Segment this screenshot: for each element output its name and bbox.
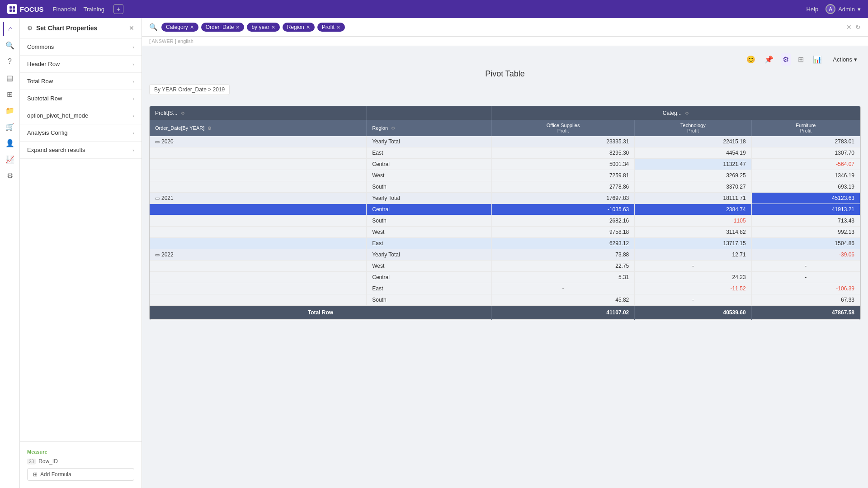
furniture-value: 1346.19 bbox=[751, 170, 860, 181]
region-col-header: Region ⚙ bbox=[367, 120, 492, 136]
year-cell bbox=[150, 215, 367, 227]
region-gear-icon[interactable]: ⚙ bbox=[391, 126, 395, 131]
props-item-expand-search[interactable]: Expand search results › bbox=[20, 142, 142, 159]
table-row: East--11.52-106.39 bbox=[150, 283, 860, 294]
add-tab-button[interactable]: + bbox=[113, 4, 123, 14]
furniture-value: 693.19 bbox=[751, 181, 860, 193]
technology-value: 11321.47 bbox=[635, 159, 751, 170]
furniture-value: -39.06 bbox=[751, 249, 860, 261]
props-panel-bottom: Measure 23 Row_ID ⊞ Add Formula bbox=[20, 441, 142, 488]
sidebar-user-icon[interactable]: 👤 bbox=[3, 136, 17, 150]
pivot-sub-header-row: Order_Date[By YEAR] ⚙ Region ⚙ Office Su… bbox=[150, 120, 860, 136]
technology-value: 3370.27 bbox=[635, 181, 751, 193]
filter-tags: Category ✕ Order_Date ✕ by year ✕ Region… bbox=[161, 23, 843, 32]
furniture-value: -564.07 bbox=[751, 159, 860, 170]
nav-training[interactable]: Training bbox=[84, 6, 104, 13]
order-date-col-header: Order_Date[By YEAR] ⚙ bbox=[150, 120, 367, 136]
props-close-button[interactable]: ✕ bbox=[129, 24, 134, 32]
props-item-subtotal-row[interactable]: Subtotal Row › bbox=[20, 90, 142, 107]
remove-region-filter[interactable]: ✕ bbox=[306, 24, 310, 30]
props-item-header-row[interactable]: Header Row › bbox=[20, 56, 142, 73]
order-date-gear-icon[interactable]: ⚙ bbox=[208, 126, 212, 131]
admin-chevron: ▾ bbox=[858, 6, 861, 13]
region-cell: West bbox=[367, 261, 492, 272]
expand-year-icon[interactable]: ▭ bbox=[155, 139, 160, 144]
expand-year-icon[interactable]: ▭ bbox=[155, 195, 160, 201]
region-spacer bbox=[367, 106, 492, 120]
region-cell: Central bbox=[367, 272, 492, 283]
profit-col-gear-icon[interactable]: ⚙ bbox=[181, 111, 185, 116]
pin-icon[interactable]: 📌 bbox=[763, 53, 775, 66]
technology-value: - bbox=[635, 294, 751, 306]
technology-col-header: Technology Profit bbox=[635, 120, 751, 136]
expand-year-icon[interactable]: ▭ bbox=[155, 252, 160, 257]
clear-search-button[interactable]: ✕ bbox=[846, 24, 852, 31]
sidebar-table-icon[interactable]: ⊞ bbox=[3, 87, 17, 101]
sidebar-home-icon[interactable]: ⌂ bbox=[3, 22, 17, 36]
table-row: ▭2021Yearly Total17697.8318111.7145123.6… bbox=[150, 193, 860, 204]
office-supplies-col-header: Office Supplies Profit bbox=[491, 120, 634, 136]
office-supplies-value: 17697.83 bbox=[491, 193, 634, 204]
app-logo: FOCUS bbox=[7, 4, 44, 14]
technology-value: 4454.19 bbox=[635, 147, 751, 159]
year-cell bbox=[150, 272, 367, 283]
props-item-pivot-hot-mode[interactable]: option_pivot_hot_mode › bbox=[20, 107, 142, 124]
year-cell bbox=[150, 238, 367, 249]
logo-icon bbox=[7, 4, 17, 14]
furniture-value: - bbox=[751, 272, 860, 283]
table-row: South45.82-67.33 bbox=[150, 294, 860, 306]
help-link[interactable]: Help bbox=[806, 6, 818, 13]
actions-chevron-icon: ▾ bbox=[854, 56, 857, 63]
grid-icon[interactable]: ⊞ bbox=[796, 53, 806, 66]
sidebar-cart-icon[interactable]: 🛒 bbox=[3, 119, 17, 134]
svg-rect-1 bbox=[13, 6, 15, 9]
table-row: Central5001.3411321.47-564.07 bbox=[150, 159, 860, 170]
search-right-actions: ✕ ↻ bbox=[846, 24, 861, 31]
sidebar-analytics-icon[interactable]: 📈 bbox=[3, 152, 17, 166]
sidebar-folder-icon[interactable]: 📁 bbox=[3, 103, 17, 118]
remove-by-year-filter[interactable]: ✕ bbox=[271, 24, 275, 30]
region-cell: Yearly Total bbox=[367, 249, 492, 261]
technology-value: 13717.15 bbox=[635, 238, 751, 249]
subtotal-row-arrow-icon: › bbox=[132, 96, 134, 101]
add-formula-button[interactable]: ⊞ Add Formula bbox=[27, 468, 134, 481]
total-row-label: Total Row bbox=[150, 306, 491, 320]
actions-button[interactable]: Actions ▾ bbox=[829, 54, 861, 65]
technology-value: -1105 bbox=[635, 215, 751, 227]
props-item-analysis-config[interactable]: Analysis Config › bbox=[20, 124, 142, 142]
nav-financial[interactable]: Financial bbox=[53, 6, 76, 13]
office-supplies-value: 5.31 bbox=[491, 272, 634, 283]
remove-profit-filter[interactable]: ✕ bbox=[336, 24, 340, 30]
sidebar-settings-icon[interactable]: ⚙ bbox=[3, 168, 17, 183]
total-furn-value: 47867.58 bbox=[751, 306, 860, 320]
props-item-total-row[interactable]: Total Row › bbox=[20, 73, 142, 90]
sidebar-report-icon[interactable]: ▤ bbox=[3, 71, 17, 85]
region-cell: Central bbox=[367, 159, 492, 170]
technology-value: 3269.25 bbox=[635, 170, 751, 181]
furniture-col-header: Furniture Profit bbox=[751, 120, 860, 136]
chart-icon[interactable]: 📊 bbox=[811, 53, 824, 66]
technology-value: -11.52 bbox=[635, 283, 751, 294]
admin-menu[interactable]: A Admin ▾ bbox=[826, 4, 861, 14]
remove-category-filter[interactable]: ✕ bbox=[190, 24, 194, 30]
categ-col-gear-icon[interactable]: ⚙ bbox=[685, 111, 689, 116]
table-row: West9758.183114.82992.13 bbox=[150, 227, 860, 238]
refresh-search-button[interactable]: ↻ bbox=[855, 24, 861, 31]
top-nav: FOCUS Financial Training + Help A Admin … bbox=[0, 0, 868, 18]
settings-icon[interactable]: ⚙ bbox=[781, 53, 791, 66]
office-supplies-value: 5001.34 bbox=[491, 159, 634, 170]
table-row: East6293.1213717.151504.86 bbox=[150, 238, 860, 249]
sidebar-search-icon[interactable]: 🔍 bbox=[3, 38, 17, 52]
pivot-table-grid: Profit[S... ⚙ Categ... ⚙ Order_Date bbox=[150, 106, 860, 320]
remove-order-date-filter[interactable]: ✕ bbox=[236, 24, 240, 30]
pivot-total-row: Total Row 41107.02 40539.60 47867.58 bbox=[150, 306, 860, 320]
props-item-commons[interactable]: Commons › bbox=[20, 38, 142, 56]
search-icon[interactable]: 🔍 bbox=[149, 23, 158, 31]
table-row: West22.75-- bbox=[150, 261, 860, 272]
office-supplies-value: 2682.16 bbox=[491, 215, 634, 227]
office-supplies-value: - bbox=[491, 283, 634, 294]
feedback-icon[interactable]: 😊 bbox=[745, 53, 757, 66]
year-cell bbox=[150, 204, 367, 215]
sidebar-help-icon[interactable]: ? bbox=[3, 54, 17, 69]
furniture-value: 41913.21 bbox=[751, 204, 860, 215]
